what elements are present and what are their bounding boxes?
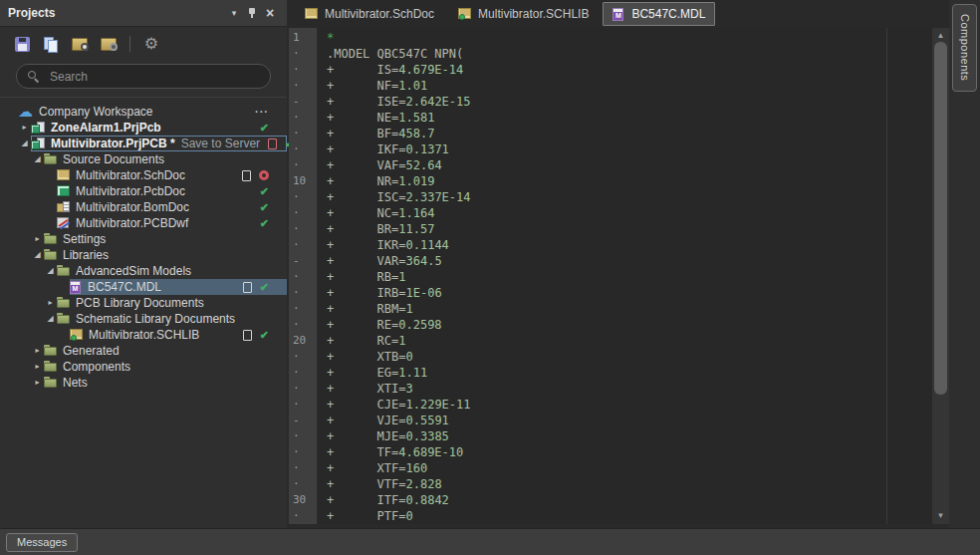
altium-window: Projects ▾ × Company Workspace···▸ZoneAl… bbox=[0, 0, 980, 555]
search-box[interactable] bbox=[16, 64, 271, 89]
save-icon bbox=[15, 37, 30, 52]
code-editor[interactable]: 1*·.MODEL QBC547C NPN(·+ IS=4.679E-14·+ … bbox=[289, 28, 932, 524]
panel-title: Projects bbox=[8, 6, 225, 20]
collapse-icon[interactable]: ◢ bbox=[18, 136, 31, 151]
tree-item-source-documents[interactable]: ◢Source Documents bbox=[0, 151, 287, 167]
schlib-icon bbox=[458, 8, 472, 20]
collapse-icon[interactable]: ◢ bbox=[44, 311, 57, 327]
expand-icon[interactable]: ▸ bbox=[31, 375, 44, 391]
project-folder-settings-button[interactable] bbox=[99, 34, 119, 54]
code-line[interactable]: ·+ NC=1.164 bbox=[289, 205, 932, 221]
code-line[interactable]: ·+ RB=1 bbox=[289, 269, 932, 285]
expand-icon[interactable]: ▸ bbox=[31, 343, 44, 359]
settings-gear-button[interactable] bbox=[141, 34, 161, 54]
tree-item-generated[interactable]: ▸Generated bbox=[0, 343, 287, 359]
open-project-folder-icon bbox=[72, 37, 89, 51]
code-line[interactable]: 10+ NR=1.019 bbox=[289, 173, 932, 189]
tree-item-label: Settings bbox=[63, 232, 106, 246]
components-panel-tab[interactable]: Components bbox=[952, 4, 977, 92]
expand-icon[interactable]: ▸ bbox=[31, 359, 44, 375]
tree-item-label: Nets bbox=[63, 376, 88, 390]
code-line[interactable]: ·+ XTF=160 bbox=[289, 460, 932, 476]
tree-item-multivibrator-pcbdoc[interactable]: Multivibrator.PcbDoc✔ bbox=[0, 183, 287, 199]
code-line[interactable]: ·+ CJE=1.229E-11 bbox=[289, 397, 932, 413]
expand-icon[interactable]: ▸ bbox=[31, 231, 44, 247]
gutter-cell: · bbox=[289, 508, 317, 524]
tree-item-multivibrator-bomdoc[interactable]: Multivibrator.BomDoc✔ bbox=[0, 199, 287, 215]
tree-item-settings[interactable]: ▸Settings bbox=[0, 231, 287, 247]
gutter-cell: · bbox=[289, 62, 317, 78]
messages-panel-tab[interactable]: Messages bbox=[6, 533, 78, 552]
tree-item-multivibrator-schdoc[interactable]: Multivibrator.SchDoc bbox=[0, 167, 287, 183]
code-text: + XTI=3 bbox=[327, 381, 413, 397]
copy-documents-button[interactable] bbox=[41, 34, 61, 54]
tree-item-zonealarm1-prjpcb[interactable]: ▸ZoneAlarm1.PrjPcb✔ bbox=[0, 120, 287, 136]
tree-item-multivibrator-prjpcb[interactable]: ◢Multivibrator.PrjPCB *Save to Server✔ bbox=[0, 136, 287, 151]
tree-item-schematic-library-documents[interactable]: ◢Schematic Library Documents bbox=[0, 311, 287, 327]
code-line[interactable]: ·+ IKR=0.1144 bbox=[289, 237, 932, 253]
tree-item-libraries[interactable]: ◢Libraries bbox=[0, 247, 287, 263]
gutter-cell: · bbox=[289, 110, 317, 126]
gutter-cell: · bbox=[289, 476, 317, 492]
code-line[interactable]: ·+ NE=1.581 bbox=[289, 110, 932, 126]
scroll-up-icon[interactable]: ▲ bbox=[932, 29, 949, 43]
more-options-icon[interactable]: ··· bbox=[255, 104, 269, 120]
code-line[interactable]: ·+ PTF=0 bbox=[289, 508, 932, 524]
code-line[interactable]: -+ VAR=364.5 bbox=[289, 253, 932, 269]
collapse-icon[interactable]: ◢ bbox=[44, 263, 57, 279]
save-button[interactable] bbox=[12, 34, 32, 54]
code-line[interactable]: ·+ VAF=52.64 bbox=[289, 157, 932, 173]
code-line[interactable]: ·+ BR=11.57 bbox=[289, 221, 932, 237]
tab-multivibrator-schdoc[interactable]: Multivibrator.SchDoc bbox=[295, 2, 444, 26]
tree-item-components[interactable]: ▸Components bbox=[0, 359, 287, 375]
open-project-folder-button[interactable] bbox=[70, 34, 90, 54]
collapse-icon[interactable]: ◢ bbox=[31, 151, 44, 167]
code-line[interactable]: 30+ ITF=0.8842 bbox=[289, 492, 932, 508]
tree-item-pcb-library-documents[interactable]: ▸PCB Library Documents bbox=[0, 295, 287, 311]
code-line[interactable]: -+ VJE=0.5591 bbox=[289, 413, 932, 428]
tree-item-multivibrator-pcbdwf[interactable]: Multivibrator.PCBDwf✔ bbox=[0, 215, 287, 231]
code-line[interactable]: ·+ MJE=0.3385 bbox=[289, 428, 932, 444]
code-line[interactable]: ·.MODEL QBC547C NPN( bbox=[289, 46, 932, 62]
code-line[interactable]: 1* bbox=[289, 30, 932, 46]
tree-item-company-workspace[interactable]: Company Workspace··· bbox=[0, 104, 287, 120]
tree-item-multivibrator-schlib[interactable]: Multivibrator.SCHLIB✔ bbox=[0, 327, 287, 343]
search-input[interactable] bbox=[48, 69, 260, 85]
code-line[interactable]: ·+ VTF=2.828 bbox=[289, 476, 932, 492]
scroll-down-icon[interactable]: ▼ bbox=[932, 509, 949, 523]
components-tab-label: Components bbox=[959, 14, 971, 81]
code-line[interactable]: ·+ IRB=1E-06 bbox=[289, 285, 932, 301]
check-icon: ✔ bbox=[260, 215, 269, 231]
code-line[interactable]: ·+ ISC=2.337E-14 bbox=[289, 189, 932, 205]
code-line[interactable]: ·+ IKF=0.1371 bbox=[289, 141, 932, 157]
code-line[interactable]: ·+ RE=0.2598 bbox=[289, 317, 932, 333]
check-icon: ✔ bbox=[260, 279, 269, 295]
tab-bc547c-mdl[interactable]: BC547C.MDL bbox=[603, 2, 715, 26]
code-text: + ISC=2.337E-14 bbox=[327, 189, 471, 205]
code-line[interactable]: 20+ RC=1 bbox=[289, 333, 932, 349]
code-line[interactable]: ·+ TF=4.689E-10 bbox=[289, 444, 932, 460]
tree-item-bc547c-mdl[interactable]: BC547C.MDL✔ bbox=[0, 279, 287, 295]
editor-scrollbar[interactable]: ▲ ▼ bbox=[932, 28, 949, 524]
code-text: + RE=0.2598 bbox=[327, 317, 442, 333]
code-line[interactable]: ·+ XTB=0 bbox=[289, 349, 932, 365]
panel-close-button[interactable]: × bbox=[261, 4, 279, 22]
panel-dropdown-button[interactable]: ▾ bbox=[225, 4, 243, 22]
document-icon bbox=[243, 330, 252, 341]
collapse-icon[interactable]: ◢ bbox=[31, 247, 44, 263]
code-line[interactable]: ·+ EG=1.11 bbox=[289, 365, 932, 381]
tree-item-nets[interactable]: ▸Nets bbox=[0, 375, 287, 391]
code-line[interactable]: ·+ RBM=1 bbox=[289, 301, 932, 317]
code-line[interactable]: -+ ISE=2.642E-15 bbox=[289, 94, 932, 110]
schlib-icon bbox=[70, 329, 84, 341]
scrollbar-thumb[interactable] bbox=[934, 42, 947, 395]
code-line[interactable]: ·+ IS=4.679E-14 bbox=[289, 62, 932, 78]
tree-item-advancedsim-models[interactable]: ◢AdvancedSim Models bbox=[0, 263, 287, 279]
code-line[interactable]: ·+ XTI=3 bbox=[289, 381, 932, 397]
expand-icon[interactable]: ▸ bbox=[44, 295, 57, 311]
code-line[interactable]: ·+ NF=1.01 bbox=[289, 78, 932, 94]
panel-pin-button[interactable] bbox=[243, 4, 261, 22]
tab-multivibrator-schlib[interactable]: Multivibrator.SCHLIB bbox=[448, 2, 599, 26]
code-line[interactable]: ·+ BF=458.7 bbox=[289, 126, 932, 141]
expand-icon[interactable]: ▸ bbox=[18, 120, 31, 136]
